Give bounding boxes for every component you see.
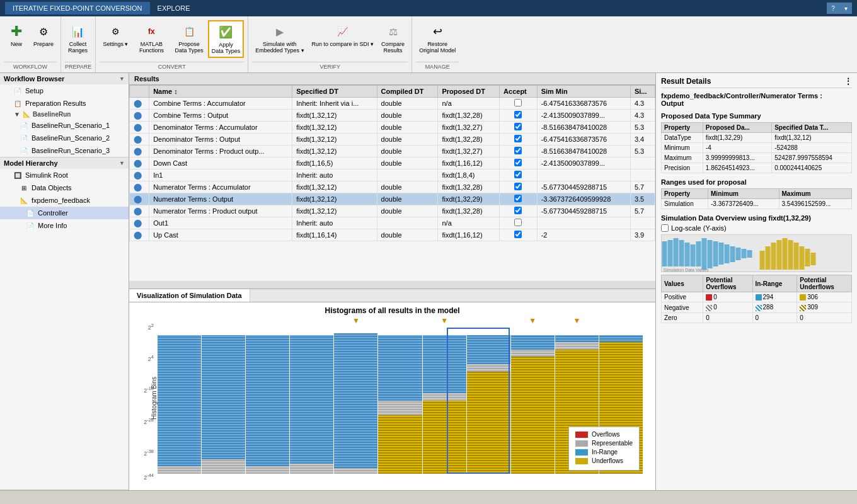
table-row[interactable]: ⬤ Up Cast fixdt(1,16,14) double fixdt(1,… (130, 229, 655, 241)
titlebar-tab-explore[interactable]: EXPLORE (150, 2, 198, 14)
row-accept-checkbox[interactable] (514, 183, 522, 190)
sidebar-item-baseline-scenario-2[interactable]: 📄 BaselineRun_Scenario_2 (0, 132, 129, 144)
menu-button[interactable]: ▾ (839, 3, 852, 14)
baseline-run-group[interactable]: ▼ 📐 BaselineRun (0, 110, 129, 119)
table-row[interactable]: ⬤ Denominator Terms : Product outp... fi… (130, 146, 655, 158)
col-proposed-dt[interactable]: Proposed DT (438, 86, 500, 98)
sidebar-item-baseline-scenario-3[interactable]: 📄 BaselineRun_Scenario_3 (0, 144, 129, 157)
sidebar-item-fxpdemo[interactable]: 📐 fxpdemo_feedback (0, 194, 129, 207)
restore-original-button[interactable]: ↩ RestoreOriginal Model (416, 20, 459, 57)
row-accept-checkbox[interactable] (514, 219, 522, 226)
row-accept-checkbox[interactable] (514, 147, 522, 154)
col-compiled-dt[interactable]: Compiled DT (377, 86, 438, 98)
table-row[interactable]: ⬤ Combine Terms : Output fixdt(1,32,12) … (130, 110, 655, 122)
chart-legend: Overflows Representable In-Range Un (568, 427, 640, 471)
result-details-menu-icon[interactable]: ⋮ (844, 77, 852, 86)
workflow-browser-header[interactable]: Workflow Browser ▼ (0, 73, 129, 84)
sidebar-item-baseline-scenario-1[interactable]: 📄 BaselineRun_Scenario_1 (0, 119, 129, 132)
log-scale-checkbox[interactable] (661, 224, 669, 232)
col-accept[interactable]: Accept (500, 86, 538, 98)
table-row[interactable]: ⬤ Combine Terms : Accumulator Inherit: I… (130, 98, 655, 110)
results-table: Name ↕ Specified DT Compiled DT Proposed… (129, 85, 655, 241)
row-accept-checkbox[interactable] (514, 135, 522, 142)
table-row[interactable]: ⬤ Out1 Inherit: auto n/a (130, 217, 655, 229)
table-row[interactable]: ⬤ Denominator Terms : Accumulator fixdt(… (130, 122, 655, 134)
row-name: Down Cast (149, 158, 292, 169)
legend-underflows-label: Underflows (592, 457, 623, 464)
collect-ranges-button[interactable]: 📊 CollectRanges (65, 20, 91, 57)
row-accept-cell[interactable] (500, 181, 538, 193)
ov-overflows: 0 (703, 302, 752, 312)
col-specified-dt[interactable]: Specified DT (292, 86, 377, 98)
results-table-section: Results Name ↕ Specified DT Compiled DT … (129, 73, 655, 289)
sidebar-item-preparation-results[interactable]: 📋 Preparation Results (0, 97, 129, 110)
row-icon-cell: ⬤ (130, 229, 149, 241)
chart-title: Histograms of all results in the model (129, 302, 655, 316)
row-accept-cell[interactable] (500, 134, 538, 146)
row-accept-checkbox[interactable] (514, 111, 522, 118)
row-accept-cell[interactable] (500, 122, 538, 134)
row-accept-checkbox[interactable] (514, 171, 522, 178)
row-accept-cell[interactable] (500, 158, 538, 169)
sidebar-item-data-objects[interactable]: ⊞ Data Objects (0, 181, 129, 194)
row-accept-checkbox[interactable] (514, 207, 522, 214)
compare-results-button[interactable]: ⚖ CompareResults (378, 20, 408, 57)
row-accept-checkbox[interactable] (514, 123, 522, 130)
row-accept-cell[interactable] (500, 169, 538, 181)
row-accept-cell[interactable] (500, 146, 538, 158)
table-row[interactable]: ⬤ Numerator Terms : Product output fixdt… (130, 205, 655, 217)
row-accept-cell[interactable] (500, 98, 538, 110)
table-row[interactable]: ⬤ Numerator Terms : Accumulator fixdt(1,… (130, 181, 655, 193)
results-table-wrapper[interactable]: Name ↕ Specified DT Compiled DT Proposed… (129, 85, 655, 281)
prepare-icon: ⚙ (35, 23, 52, 40)
row-accept-checkbox[interactable] (514, 159, 522, 166)
row-si: 4.3 (630, 98, 655, 110)
table-row[interactable]: ⬤ Numerator Terms : Output fixdt(1,32,12… (130, 193, 655, 205)
matlab-functions-button[interactable]: fx MATLABFunctions (132, 20, 170, 57)
sidebar-item-simulink-root[interactable]: 🔲 Simulink Root (0, 169, 129, 181)
row-compiled-dt (377, 169, 438, 181)
help-button[interactable]: ? (827, 3, 839, 14)
run-compare-button[interactable]: 📈 Run to compare in SDI ▾ (309, 20, 377, 50)
apply-data-types-button[interactable]: ✅ ApplyData Types (208, 20, 244, 58)
left-panel: Workflow Browser ▼ 📄 Setup 📋 Preparation… (0, 73, 129, 490)
col-sim-min[interactable]: Sim Min (537, 86, 630, 98)
col-name[interactable]: Name ↕ (149, 86, 292, 98)
row-accept-cell[interactable] (500, 205, 538, 217)
col-si[interactable]: Si... (630, 86, 655, 98)
ov-inrange: 288 (752, 302, 797, 312)
row-accept-checkbox[interactable] (514, 195, 522, 202)
collect-ranges-icon: 📊 (69, 23, 87, 40)
range-col-property: Property (662, 189, 708, 199)
model-hierarchy-header[interactable]: Model Hierarchy ▼ (0, 158, 129, 169)
simulate-embedded-button[interactable]: ▶ Simulate withEmbedded Types ▾ (252, 20, 307, 57)
settings-button[interactable]: ⚙ Settings ▾ (100, 20, 131, 50)
row-icon-cell: ⬤ (130, 110, 149, 122)
sidebar-item-more-info[interactable]: 📄 More Info (0, 219, 129, 232)
horizontal-scrollbar[interactable] (129, 281, 655, 289)
sidebar-item-setup[interactable]: 📄 Setup (0, 84, 129, 97)
row-accept-cell[interactable] (500, 110, 538, 122)
prop-col-specified: Specified Data T... (772, 123, 852, 133)
sidebar-item-controller[interactable]: 📄 Controller (0, 207, 129, 219)
table-row[interactable]: ⬤ Denominator Terms : Output fixdt(1,32,… (130, 134, 655, 146)
row-accept-cell[interactable] (500, 193, 538, 205)
row-accept-checkbox[interactable] (514, 231, 522, 238)
new-button[interactable]: ✚ New (4, 20, 29, 50)
ov-overflows: 0 (703, 292, 752, 302)
titlebar-tab-conversion[interactable]: ITERATIVE FIXED-POINT CONVERSION (5, 2, 150, 14)
baseline-group-icon: 📐 (23, 111, 30, 118)
table-row[interactable]: ⬤ In1 Inherit: auto fixdt(1,8,4) (130, 169, 655, 181)
viz-tab-simulation[interactable]: Visualization of Simulation Data (129, 289, 250, 302)
row-accept-checkbox[interactable] (514, 99, 522, 106)
row-accept-cell[interactable] (500, 229, 538, 241)
row-sim-min: -8.516638478410028 (537, 146, 630, 158)
row-specified-dt: fixdt(1,32,12) (292, 122, 377, 134)
prepare-button[interactable]: ⚙ Prepare (30, 20, 57, 50)
row-icon-cell: ⬤ (130, 122, 149, 134)
propose-data-types-button[interactable]: 📋 ProposeData Types (171, 20, 206, 57)
table-row[interactable]: ⬤ Down Cast fixdt(1,16,5) double fixdt(1… (130, 158, 655, 169)
row-specified-dt: fixdt(1,16,14) (292, 229, 377, 241)
row-icon-cell: ⬤ (130, 146, 149, 158)
row-accept-cell[interactable] (500, 217, 538, 229)
